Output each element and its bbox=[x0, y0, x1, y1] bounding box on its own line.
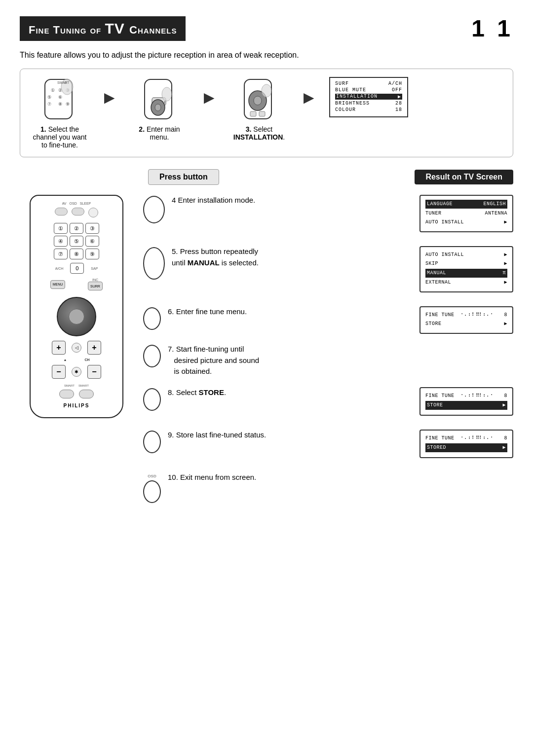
svg-point-15 bbox=[162, 87, 172, 101]
remote-menu-row: MENU INC SURR bbox=[50, 278, 103, 290]
step-9-oval[interactable] bbox=[143, 431, 161, 453]
remote-num-4[interactable]: ④ bbox=[54, 236, 68, 247]
remote-plus-right[interactable]: + bbox=[87, 341, 101, 355]
svg-rect-21 bbox=[250, 111, 256, 116]
step-2-desc: 2. Enter main menu. bbox=[130, 125, 189, 141]
page-header: Fine Tuning of TV Channels 1 1 bbox=[20, 15, 513, 42]
svg-text:⑤: ⑤ bbox=[47, 95, 51, 100]
step-4-tv-screen: LANGUAGEENGLISH TUNERANTENNA AUTO INSTAL… bbox=[419, 195, 513, 232]
remote-num-0[interactable]: 0 bbox=[70, 263, 84, 274]
top-step-1: ① ② ③ ⑤ ⑥ ⑦ ⑧ ⑨ SMART 0 1. Select the ch… bbox=[30, 77, 89, 149]
philips-logo: PHILIPS bbox=[64, 403, 90, 408]
remote-smart-btn-2[interactable] bbox=[79, 390, 94, 398]
top-step-2: MENU 2. Enter main menu. bbox=[130, 77, 189, 141]
remote-control: AVOSDSLEEP ① ② ③ ④ ⑤ ⑥ ⑦ ⑧ ⑨ A/CH bbox=[30, 195, 123, 418]
arrow-2: ▶ bbox=[204, 89, 215, 106]
svg-text:SMART: SMART bbox=[57, 81, 70, 84]
step-8-tv-screen: FINE TUNE ⠂⠄⠆⠇⠿⠇⠆⠄⠂8 STORE▶ bbox=[419, 387, 513, 416]
remote-num-3[interactable]: ③ bbox=[85, 223, 99, 234]
top-tv-screen: SURFA/CH BLUE MUTEOFF INSTALLATION▶ BRIG… bbox=[329, 77, 408, 117]
remote-illustration-2: MENU bbox=[140, 77, 179, 121]
result-label: Result on TV Screen bbox=[415, 170, 513, 184]
step-5-text: 5. Press button repeatedlyuntil MANUAL i… bbox=[172, 246, 259, 268]
step-5-tv-screen: AUTO INSTALL▶ SKIP▶ MANUALπ EXTERNAL▶ bbox=[419, 246, 513, 292]
remote-row-ach: A/CH 0 SAP bbox=[55, 263, 98, 274]
svg-rect-22 bbox=[259, 111, 265, 116]
remote-num-9[interactable]: ⑨ bbox=[85, 249, 99, 259]
step-6-tv-screen: FINE TUNE ⠂⠄⠆⠇⠿⠇⠆⠄⠂8 STORE▶ bbox=[419, 306, 513, 334]
svg-point-23 bbox=[262, 84, 271, 97]
step-10-row: OSD 10. Exit menu from screen. bbox=[143, 472, 513, 503]
step-8-text: 8. Select STORE. bbox=[168, 387, 226, 398]
remote-illustration-1: ① ② ③ ⑤ ⑥ ⑦ ⑧ ⑨ SMART 0 bbox=[40, 77, 79, 121]
arrow-3: ▶ bbox=[304, 89, 314, 106]
step-8-oval[interactable] bbox=[143, 388, 161, 411]
main-area: AVOSDSLEEP ① ② ③ ④ ⑤ ⑥ ⑦ ⑧ ⑨ A/CH bbox=[20, 195, 513, 508]
step-4-oval[interactable] bbox=[143, 196, 165, 223]
title-tv: TV bbox=[105, 20, 129, 36]
step-9-text: 9. Store last fine-tuned status. bbox=[168, 430, 266, 441]
press-button-label: Press button bbox=[148, 169, 219, 185]
remote-illustration-3 bbox=[239, 77, 279, 121]
step-5-row: 5. Press button repeatedlyuntil MANUAL i… bbox=[143, 246, 513, 292]
step-9-row: 9. Store last fine-tuned status. FINE TU… bbox=[143, 430, 513, 458]
step-7-oval[interactable] bbox=[143, 345, 161, 367]
svg-text:①: ① bbox=[51, 88, 55, 93]
step-1-desc: 1. Select the channel you want to fine-t… bbox=[30, 125, 89, 149]
remote-num-7[interactable]: ⑦ bbox=[54, 249, 68, 259]
remote-av-btn[interactable] bbox=[55, 208, 68, 216]
step-7-text: 7. Start fine-tuning until desired pictu… bbox=[168, 344, 259, 377]
remote-nav-inner[interactable] bbox=[69, 309, 84, 324]
arrow-1: ▶ bbox=[104, 89, 115, 106]
svg-text:⑥: ⑥ bbox=[58, 95, 62, 100]
step-4-text: 4 Enter installation mode. bbox=[172, 195, 255, 206]
remote-top-labels: AVOSDSLEEP bbox=[38, 202, 115, 205]
remote-smart-row bbox=[59, 390, 94, 398]
step-10-text: 10. Exit menu from screen. bbox=[168, 472, 256, 483]
step-5-oval[interactable] bbox=[143, 247, 165, 280]
step-6-text: 6. Enter fine tune menu. bbox=[168, 306, 247, 318]
remote-minus-row: − ✱ − bbox=[52, 365, 101, 379]
remote-nav-circle[interactable] bbox=[57, 297, 96, 336]
title-fine: Fine Tuning of bbox=[29, 24, 105, 36]
remote-num-2[interactable]: ② bbox=[70, 223, 83, 234]
step-3-desc: 3. Select INSTALLATION. bbox=[229, 125, 289, 141]
step-8-row: 8. Select STORE. FINE TUNE ⠂⠄⠆⠇⠿⠇⠆⠄⠂8 ST… bbox=[143, 387, 513, 416]
remote-power-btn[interactable] bbox=[88, 208, 98, 217]
svg-point-17 bbox=[155, 104, 161, 111]
step-6-row: 6. Enter fine tune menu. FINE TUNE ⠂⠄⠆⠇⠿… bbox=[143, 306, 513, 334]
top-steps-box: ① ② ③ ⑤ ⑥ ⑦ ⑧ ⑨ SMART 0 1. Select the ch… bbox=[20, 69, 513, 157]
top-step-3: 3. Select INSTALLATION. bbox=[229, 77, 289, 141]
remote-smart-btn-1[interactable] bbox=[59, 390, 74, 398]
remote-minus-right[interactable]: − bbox=[87, 365, 101, 379]
remote-plus-left[interactable]: + bbox=[52, 341, 66, 355]
remote-top-buttons bbox=[38, 208, 115, 217]
remote-num-6[interactable]: ⑥ bbox=[85, 236, 99, 247]
remote-num-1[interactable]: ① bbox=[54, 223, 68, 234]
step-4-row: 4 Enter installation mode. LANGUAGEENGLI… bbox=[143, 195, 513, 232]
intro-text: This feature allows you to adjust the pi… bbox=[20, 51, 513, 60]
remote-number-grid: ① ② ③ ④ ⑤ ⑥ ⑦ ⑧ ⑨ bbox=[54, 223, 99, 259]
svg-text:⑧: ⑧ bbox=[58, 102, 62, 107]
remote-vol-row: + ◁ + bbox=[52, 341, 101, 355]
step-9-tv-screen: FINE TUNE ⠂⠄⠆⠇⠿⠇⠆⠄⠂8 STORED▶ bbox=[419, 430, 513, 458]
remote-num-8[interactable]: ⑧ bbox=[70, 249, 83, 259]
step-10-oval[interactable] bbox=[143, 480, 161, 503]
remote-menu-btn[interactable]: MENU bbox=[50, 280, 65, 289]
svg-point-20 bbox=[254, 96, 262, 105]
remote-control-area: AVOSDSLEEP ① ② ③ ④ ⑤ ⑥ ⑦ ⑧ ⑨ A/CH bbox=[20, 195, 133, 508]
svg-text:0: 0 bbox=[65, 81, 67, 84]
step-6-oval[interactable] bbox=[143, 307, 161, 330]
remote-vol-icon: ◁ bbox=[72, 343, 81, 353]
remote-surr-btn[interactable]: SURR bbox=[88, 282, 103, 290]
remote-star-btn[interactable]: ✱ bbox=[72, 367, 81, 377]
svg-text:⑨: ⑨ bbox=[66, 102, 70, 107]
step-7-row: 7. Start fine-tuning until desired pictu… bbox=[143, 344, 513, 377]
page-number: 1 1 bbox=[471, 15, 513, 42]
remote-minus-left[interactable]: − bbox=[52, 365, 66, 379]
remote-num-5[interactable]: ⑤ bbox=[70, 236, 83, 247]
title-channels: Channels bbox=[129, 24, 177, 36]
column-headers: Press button Result on TV Screen bbox=[20, 169, 513, 185]
remote-osd-btn[interactable] bbox=[72, 208, 84, 216]
page-title: Fine Tuning of TV Channels bbox=[20, 16, 186, 41]
